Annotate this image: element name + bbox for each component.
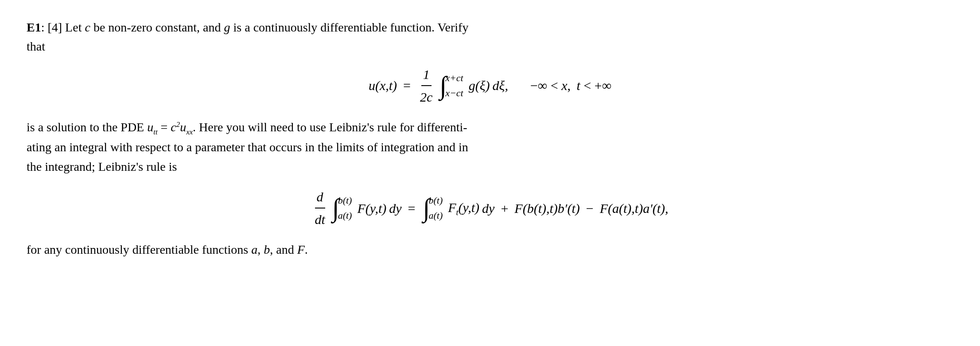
lower-limit: x−ct [445, 88, 463, 98]
main-equation-display: u(x,t) = 1 2c ∫ x+ct x−ct g(ξ) dξ, [27, 64, 953, 107]
domain-condition: −∞ < x, t < +∞ [530, 75, 611, 95]
upper-bt: b(t) [338, 196, 352, 205]
lower-at-2: a(t) [428, 211, 443, 220]
upper-bt-2: b(t) [428, 196, 443, 205]
final-paragraph: for any continuously differentiable func… [27, 240, 953, 259]
fraction-1-2c: 1 2c [418, 64, 434, 107]
F-at-t: F(a(t),t)a′(t), [600, 198, 669, 218]
integrand: g(ξ) [469, 75, 490, 95]
leibniz-limits-right: b(t) a(t) [428, 196, 443, 220]
d-xi: dξ, [493, 75, 508, 95]
problem-block: E1: [4] Let c be non-zero constant, and … [27, 18, 953, 260]
leibniz-integral-left: ∫ b(t) a(t) [332, 196, 354, 220]
integral-sign-2: ∫ [332, 197, 339, 220]
integral-sign-3: ∫ [423, 197, 430, 220]
fraction-d-dt: d dt [313, 187, 327, 229]
integral-limits: x+ct x−ct [445, 73, 463, 98]
first-paragraph: E1: [4] Let c be non-zero constant, and … [27, 18, 953, 56]
lower-at: a(t) [338, 211, 352, 220]
F-yt: F(y,t) [357, 198, 386, 218]
F-bt-t: F(b(t),t)b′(t) [514, 198, 579, 218]
dy: dy [389, 198, 401, 218]
u-xt: u(x,t) [369, 75, 397, 95]
dy2: dy [482, 198, 494, 218]
problem-label: E1 [27, 20, 41, 34]
leibniz-integral-right: ∫ b(t) a(t) [423, 196, 445, 220]
leibniz-equation-display: d dt ∫ b(t) a(t) F(y,t) dy = ∫ [27, 187, 953, 229]
integral-sign: ∫ [439, 74, 447, 97]
Ft-yt: Ft(y,t) [448, 197, 479, 219]
integral-symbol-container: ∫ x+ct x−ct [439, 73, 465, 98]
leibniz-limits-left: b(t) a(t) [338, 196, 352, 220]
second-paragraph: is a solution to the PDE utt = c2uxx. He… [27, 118, 953, 176]
that-text: that [27, 39, 45, 53]
upper-limit: x+ct [445, 73, 463, 83]
